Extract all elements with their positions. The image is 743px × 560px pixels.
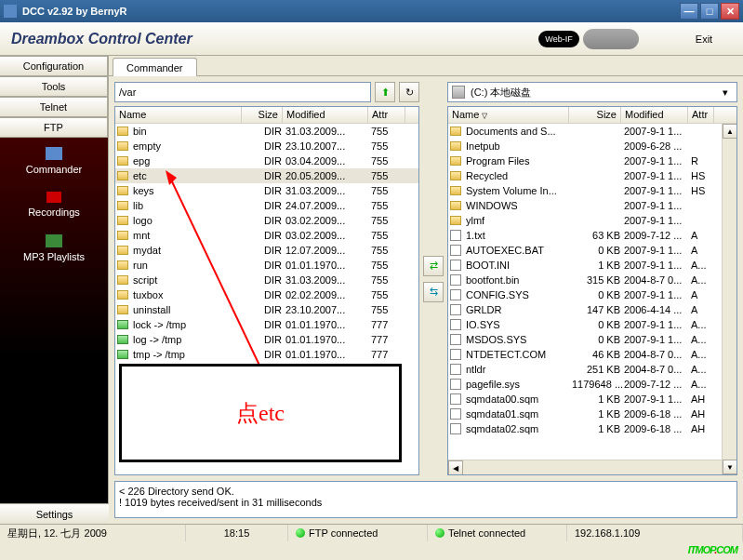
file-icon xyxy=(450,408,461,420)
col-modified[interactable]: Modified xyxy=(283,107,368,123)
file-row[interactable]: sqmdata01.sqm1 KB2009-6-18 ...AH xyxy=(448,407,736,421)
file-row[interactable]: NTDETECT.COM46 KB2004-8-7 0...A... xyxy=(448,347,736,362)
col-name[interactable]: Name xyxy=(115,107,242,123)
file-row[interactable]: Inetpub2009-6-28 ... xyxy=(448,139,736,153)
col-size[interactable]: Size xyxy=(242,107,283,123)
file-row[interactable]: binDIR31.03.2009...755 xyxy=(115,124,418,139)
settings-button[interactable]: Settings xyxy=(0,503,109,524)
mp3-icon[interactable] xyxy=(46,234,62,247)
file-row[interactable]: GRLDR147 KB2006-4-14 ...A xyxy=(448,302,736,317)
sidebar-item-mp3[interactable]: MP3 Playlists xyxy=(23,251,85,262)
copy-right-button[interactable]: ⇄ xyxy=(423,256,444,276)
led-icon xyxy=(435,528,444,538)
maximize-button[interactable]: □ xyxy=(700,3,719,20)
file-row[interactable]: sqmdata00.sqm1 KB2007-9-1 1...AH xyxy=(448,392,736,407)
file-icon xyxy=(450,289,461,300)
sidebar-button-configuration[interactable]: Configuration xyxy=(0,56,108,76)
exit-button[interactable]: Exit xyxy=(676,33,732,45)
file-row[interactable]: runDIR01.01.1970...755 xyxy=(115,258,418,273)
webif-button[interactable]: Web-IF xyxy=(538,31,579,47)
left-file-list: Name Size Modified Attr binDIR31.03.2009… xyxy=(114,106,419,475)
refresh-button[interactable]: ↻ xyxy=(399,82,419,102)
file-row[interactable]: keysDIR31.03.2009...755 xyxy=(115,183,418,198)
file-row[interactable]: MSDOS.SYS0 KB2007-9-1 1...A... xyxy=(448,332,736,347)
link-icon xyxy=(117,350,128,359)
file-row[interactable]: ntldr251 KB2004-8-7 0...A... xyxy=(448,362,736,377)
file-row[interactable]: mntDIR03.02.2009...755 xyxy=(115,228,418,243)
scrollbar-horizontal[interactable]: ◀ ▶ xyxy=(448,460,736,474)
col-attr-r[interactable]: Attr xyxy=(688,107,714,123)
scroll-left-icon[interactable]: ◀ xyxy=(448,460,463,475)
folder-icon xyxy=(450,201,461,210)
transfer-buttons: ⇄ ⇆ xyxy=(421,82,445,475)
sidebar-button-tools[interactable]: Tools xyxy=(0,76,108,97)
path-input[interactable]: /var xyxy=(114,82,371,102)
file-row[interactable]: uninstallDIR23.10.2007...755 xyxy=(115,302,418,317)
up-dir-button[interactable]: ⬆ xyxy=(375,82,395,102)
file-row[interactable]: WINDOWS2007-9-1 1... xyxy=(448,198,736,213)
file-row[interactable]: ylmf2007-9-1 1... xyxy=(448,213,736,228)
folder-icon xyxy=(450,141,461,151)
close-button[interactable]: ✕ xyxy=(721,3,739,20)
scroll-down-icon[interactable]: ▼ xyxy=(723,460,737,474)
file-row[interactable]: AUTOEXEC.BAT0 KB2007-9-1 1...A xyxy=(448,243,736,258)
file-row[interactable]: IO.SYS0 KB2007-9-1 1...A... xyxy=(448,317,736,332)
file-row[interactable]: tmp -> /tmpDIR01.01.1970...777 xyxy=(115,347,418,362)
sidebar-item-commander[interactable]: Commander xyxy=(26,164,83,175)
folder-icon xyxy=(450,171,461,180)
drive-selector[interactable]: (C:) 本地磁盘 ▾ xyxy=(447,82,737,102)
file-row[interactable]: Documents and S...2007-9-1 1... xyxy=(448,124,736,139)
left-pane: /var ⬆ ↻ Name Size Modified Attr binDIR3… xyxy=(114,82,419,475)
file-row[interactable]: etcDIR20.05.2009...755 xyxy=(115,168,418,183)
file-icon xyxy=(450,334,461,345)
right-file-list: Name ▽ Size Modified Attr Documents and … xyxy=(447,106,737,475)
scroll-up-icon[interactable]: ▲ xyxy=(723,124,737,139)
file-row[interactable]: logoDIR03.02.2009...755 xyxy=(115,213,418,228)
col-size-r[interactable]: Size xyxy=(569,107,621,123)
file-icon xyxy=(450,230,461,241)
file-row[interactable]: log -> /tmpDIR01.01.1970...777 xyxy=(115,332,418,347)
tab-row: Commander xyxy=(109,56,743,76)
status-telnet: Telnet connected xyxy=(448,527,525,539)
sidebar-button-ftp[interactable]: FTP xyxy=(0,117,108,138)
folder-icon xyxy=(117,186,128,195)
col-attr[interactable]: Attr xyxy=(368,107,405,123)
file-row[interactable]: Recycled2007-9-1 1...HS xyxy=(448,168,736,183)
log-line: < 226 Directory send OK. xyxy=(119,486,733,497)
file-row[interactable]: bootfont.bin315 KB2004-8-7 0...A... xyxy=(448,273,736,287)
file-row[interactable]: mydatDIR12.07.2009...755 xyxy=(115,243,418,258)
sidebar-item-recordings[interactable]: Recordings xyxy=(28,207,80,218)
dropdown-icon[interactable]: ▾ xyxy=(718,87,733,99)
commander-icon[interactable] xyxy=(46,147,62,160)
file-icon xyxy=(450,319,461,330)
file-row[interactable]: sqmdata02.sqm1 KB2009-6-18 ...AH xyxy=(448,421,736,436)
minimize-button[interactable]: — xyxy=(680,3,698,20)
watermark: ITMOP.COM xyxy=(688,539,737,558)
folder-icon xyxy=(450,186,461,195)
sidebar-button-telnet[interactable]: Telnet xyxy=(0,97,108,117)
file-row[interactable]: CONFIG.SYS0 KB2007-9-1 1...A xyxy=(448,287,736,302)
file-row[interactable]: emptyDIR23.10.2007...755 xyxy=(115,139,418,153)
drive-label: (C:) 本地磁盘 xyxy=(471,86,531,100)
copy-left-button[interactable]: ⇆ xyxy=(423,282,444,302)
folder-icon xyxy=(117,127,128,136)
file-icon xyxy=(450,274,461,286)
file-row[interactable]: scriptDIR31.03.2009...755 xyxy=(115,273,418,287)
file-row[interactable]: System Volume In...2007-9-1 1...HS xyxy=(448,183,736,198)
file-row[interactable]: pagefile.sys1179648 ...2009-7-12 ...A... xyxy=(448,377,736,392)
scrollbar-vertical[interactable]: ▲ ▼ xyxy=(722,124,736,474)
folder-icon xyxy=(117,171,128,180)
file-row[interactable]: epgDIR03.04.2009...755 xyxy=(115,153,418,168)
file-row[interactable]: BOOT.INI1 KB2007-9-1 1...A... xyxy=(448,258,736,273)
tab-commander[interactable]: Commander xyxy=(113,58,197,76)
file-icon xyxy=(450,393,461,405)
file-row[interactable]: lock -> /tmpDIR01.01.1970...777 xyxy=(115,317,418,332)
recordings-icon[interactable] xyxy=(46,192,61,203)
sidebar: ConfigurationToolsTelnetFTP Commander Re… xyxy=(0,56,109,524)
file-icon xyxy=(450,304,461,315)
file-row[interactable]: Program Files2007-9-1 1...R xyxy=(448,153,736,168)
file-row[interactable]: tuxboxDIR02.02.2009...755 xyxy=(115,287,418,302)
col-modified-r[interactable]: Modified xyxy=(621,107,688,123)
file-row[interactable]: libDIR24.07.2009...755 xyxy=(115,198,418,213)
file-row[interactable]: 1.txt63 KB2009-7-12 ...A xyxy=(448,228,736,243)
